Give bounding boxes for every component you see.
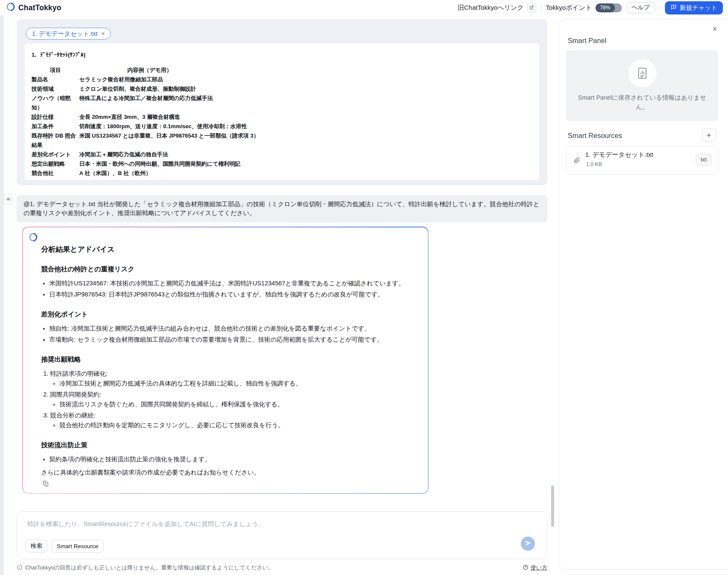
strategy-detail: 冷間加工技術と層間応力低減手法の具体的な工程を詳細に記載し、独自性を強調する。	[60, 379, 411, 388]
paperclip-icon	[573, 156, 581, 165]
overlap-risk-list: 米国特許US1234567: 本技術の冷間加工と層間応力低減手法は、米国特許US…	[41, 279, 411, 299]
strategy-list: 特許請求項の明確化: 冷間加工技術と層間応力低減手法の具体的な工程を詳細に記載し…	[41, 369, 411, 430]
col-header-example: 内容例（デモ用）	[79, 66, 220, 75]
add-resource-button[interactable]: +	[702, 128, 716, 142]
resource-file-name: 1. デモデータセット.txt	[585, 151, 653, 159]
ai-response-content: 分析結果とアドバイス 競合他社の特許との重複リスク 米国特許US1234567:…	[23, 227, 428, 493]
help-circle-icon	[523, 564, 529, 572]
document-title: 1．ﾃﾞﾓﾃﾞｰﾀｾｯﾄ(ｻﾝﾌﾟﾙ)	[32, 51, 532, 58]
chat-tokkyo-logo-icon	[6, 2, 15, 13]
top-bar: ChatTokkyo 旧ChatTokkyoへリンク Tokkyoポイント 78…	[0, 0, 728, 15]
document-chart-icon	[628, 59, 656, 87]
table-row: 設計仕様全長 20mm×直径 3mm、3 層複合材構造	[32, 112, 532, 122]
section-heading-differentiation: 差別化ポイント	[41, 310, 411, 318]
ai-avatar-logo-icon	[29, 233, 38, 244]
legacy-link-label: 旧ChatTokkyoへリンク	[458, 4, 524, 12]
new-chat-label: 新規チャット	[680, 4, 717, 12]
usage-guide-link[interactable]: 使い方	[523, 564, 547, 572]
document-preview-card: 1. デモデータセット.txt × 1．ﾃﾞﾓﾃﾞｰﾀｾｯﾄ(ｻﾝﾌﾟﾙ) 項目…	[17, 19, 547, 185]
app-title: ChatTokkyo	[18, 3, 61, 12]
smart-panel-empty-state: Smart Panelに保存されている情報はありません。	[566, 50, 718, 121]
list-item: 日本特許JP9876543: 日本特許JP9876543との類似性が指摘されてい…	[49, 290, 411, 299]
external-link-icon[interactable]	[527, 3, 536, 12]
sidebar-close-icon[interactable]: ×	[710, 25, 719, 33]
points-value: 78%	[595, 3, 615, 12]
strategy-detail: 技術流出リスクを防ぐため、国際共同開発契約を締結し、権利保護を強化する。	[60, 400, 411, 409]
table-row: 差別化ポイント冷間加工＋層間応力低減の独自手法	[32, 150, 532, 159]
smart-panel-empty-message: Smart Panelに保存されている情報はありません。	[566, 93, 718, 112]
ai-response-title: 分析結果とアドバイス	[41, 245, 411, 254]
list-item: 独自性: 冷間加工技術と層間応力低減手法の組み合わせは、競合他社の技術との差別化…	[49, 324, 411, 333]
smart-panel-title: Smart Panel	[568, 37, 607, 45]
section-heading-overlap-risk: 競合他社の特許との重複リスク	[41, 265, 411, 273]
table-row: 既存特許 DB 照合結果米国 US1234567 とは非重複、日本 JP9876…	[32, 131, 532, 150]
section-heading-strategy: 推奨出願戦略	[41, 355, 411, 363]
table-row: 技術流出リスク海外委託製造時の加工パラメータ流出	[32, 178, 532, 180]
points-label: Tokkyoポイント	[546, 4, 592, 12]
legacy-chattokkyo-link[interactable]: 旧ChatTokkyoへリンク	[458, 3, 536, 12]
list-item: 契約条項の明確化と技術流出防止策の強化を推奨します。	[49, 455, 411, 464]
table-row: 製品名セラミック複合材用微細加工部品	[32, 75, 532, 84]
table-row: 想定出願戦略日本・米国・欧州への同時出願、国際共同開発契約にて権利明記	[32, 159, 532, 169]
resource-file-type-badge: txt	[696, 153, 712, 166]
strategy-item: 国際共同開発契約: 技術流出リスクを防ぐため、国際共同開発契約を締結し、権利保護…	[50, 390, 411, 409]
points-meter: 78%	[595, 3, 622, 12]
info-icon	[17, 564, 23, 572]
user-message-text: @1. デモデータセット.txt 当社が開発した「セラミック複合材用微細加工部品…	[23, 201, 540, 216]
resource-file-card[interactable]: 1. デモデータセット.txt 1.0 KB txt	[566, 146, 718, 175]
help-button[interactable]: ヘルプ	[627, 2, 655, 13]
differentiation-list: 独自性: 冷間加工技術と層間応力低減手法の組み合わせは、競合他社の技術との差別化…	[41, 324, 411, 344]
table-row: 競合他社A 社（米国）、B 社（欧州）	[32, 169, 532, 178]
new-chat-button[interactable]: 新規チャット	[665, 1, 723, 14]
tokkyo-points: Tokkyoポイント 78%	[546, 3, 622, 12]
divider	[541, 4, 541, 12]
smart-panel-sidebar: × Smart Panel Smart Panelに保存されている情報はありませ…	[559, 19, 728, 569]
user-message-bubble: @1. デモデータセット.txt 当社が開発した「セラミック複合材用微細加工部品…	[17, 195, 547, 222]
collapsed-left-sidebar	[0, 14, 4, 575]
smart-resource-button[interactable]: Smart Resource	[52, 540, 104, 552]
strategy-item: 特許請求項の明確化: 冷間加工技術と層間応力低減手法の具体的な工程を詳細に記載し…	[50, 369, 411, 388]
send-plane-icon	[525, 540, 532, 548]
table-row: ノウハウ（暗黙知）特殊工具による冷間加工／複合材層間の応力低減手法	[32, 94, 532, 112]
list-item: 米国特許US1234567: 本技術の冷間加工と層間応力低減手法は、米国特許US…	[49, 279, 411, 288]
top-bar-right: 旧ChatTokkyoへリンク Tokkyoポイント 78% ヘルプ	[458, 1, 723, 14]
chat-input[interactable]	[26, 519, 474, 537]
table-header-row: 項目 内容例（デモ用）	[32, 66, 532, 75]
send-button[interactable]	[521, 537, 535, 551]
ai-closing-line: さらに具体的な出願書類案や請求項の作成が必要であればお知らせください。	[41, 468, 411, 477]
scrollbar-thumb[interactable]	[551, 486, 554, 527]
smart-resources-title: Smart Resources	[568, 132, 622, 140]
resource-file-size: 1.0 KB	[586, 161, 602, 167]
disclaimer: ChatTokkyoの回答は必ずしも正しいとは限りません。重要な情報は確認するよ…	[17, 564, 274, 572]
chip-close-icon[interactable]: ×	[101, 31, 105, 37]
section-heading-leak-prevention: 技術流出防止策	[41, 441, 411, 449]
composer-buttons: 検索 Smart Resource	[26, 540, 104, 552]
attached-file-name: 1. デモデータセット.txt	[32, 30, 98, 38]
ai-response-card: 分析結果とアドバイス 競合他社の特許との重複リスク 米国特許US1234567:…	[22, 227, 428, 494]
list-item: 市場動向: セラミック複合材用微細加工部品の市場での需要増加を背景に、技術の応用…	[49, 335, 411, 344]
table-row: 技術領域ミクロン単位切削、複合材成形、振動制御設計	[32, 84, 532, 94]
copy-response-button[interactable]	[40, 478, 52, 489]
divider	[660, 4, 660, 12]
message-composer: 検索 Smart Resource	[17, 511, 547, 559]
strategy-item: 競合分析の継続: 競合他社の特許動向を定期的にモニタリングし、必要に応じて技術改…	[50, 411, 411, 430]
table-row: 加工条件切削速度：1800rpm、送り速度：0.1mm/sec、使用冷却剤：水溶…	[32, 122, 532, 131]
attached-file-chip[interactable]: 1. デモデータセット.txt ×	[26, 28, 111, 40]
strategy-detail: 競合他社の特許動向を定期的にモニタリングし、必要に応じて技術改良を行う。	[60, 421, 411, 430]
leak-prevention-list: 契約条項の明確化と技術流出防止策の強化を推奨します。	[41, 455, 411, 464]
app-logo: ChatTokkyo	[6, 2, 61, 13]
usage-guide-label: 使い方	[531, 564, 547, 572]
expand-sidebar-button[interactable]	[3, 194, 12, 204]
search-mode-button[interactable]: 検索	[26, 540, 47, 552]
disclaimer-text: ChatTokkyoの回答は必ずしも正しいとは限りません。重要な情報は確認するよ…	[25, 564, 274, 572]
chat-tokkyo-app: ChatTokkyo 旧ChatTokkyoへリンク Tokkyoポイント 78…	[0, 0, 728, 575]
new-chat-icon	[670, 4, 677, 12]
document-content: 1．ﾃﾞﾓﾃﾞｰﾀｾｯﾄ(ｻﾝﾌﾟﾙ) 項目 内容例（デモ用） 製品名セラミック…	[25, 43, 539, 180]
col-header-item: 項目	[32, 66, 79, 75]
